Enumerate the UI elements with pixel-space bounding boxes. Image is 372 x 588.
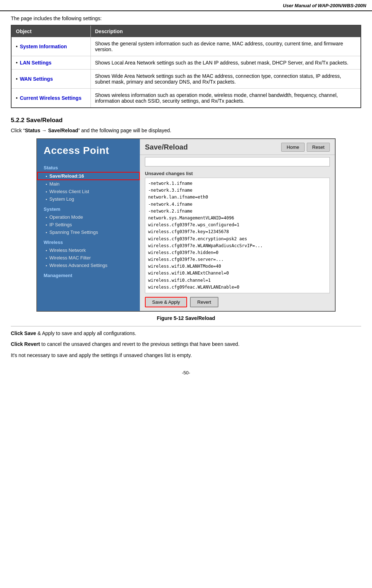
section-heading: 5.2.2 Save/Reload bbox=[11, 117, 361, 124]
subheading-link: Save/Reload bbox=[48, 128, 78, 133]
change-item: wireless.wifi0.channel=1 bbox=[148, 277, 327, 284]
sidebar-item-wireless-advanced[interactable]: Wireless Advanced Settings bbox=[37, 262, 140, 269]
home-button[interactable]: Home bbox=[281, 143, 305, 152]
screenshot-frame: Access Point Status Save/Reload:16 Main … bbox=[36, 138, 336, 312]
unsaved-label: Unsaved changes list bbox=[140, 169, 335, 178]
header-buttons: Home Reset bbox=[281, 143, 330, 152]
sidebar-item-main[interactable]: Main bbox=[37, 180, 140, 188]
search-area bbox=[140, 155, 335, 169]
right-panel: Save/Reload Home Reset Unsaved changes l… bbox=[140, 139, 335, 311]
table-row-description: Shows the general system information suc… bbox=[90, 37, 361, 56]
subheading-arrow: → bbox=[40, 128, 48, 133]
change-item: wireless.wifi0.WLANHTMode=40 bbox=[148, 263, 327, 270]
after-texts: Click Save & Apply to save and apply all… bbox=[11, 329, 361, 359]
sidebar-item-system-log[interactable]: System Log bbox=[37, 195, 140, 203]
manual-title: User Manual of WAP-200N/WBS-200N bbox=[283, 3, 366, 8]
table-row-object[interactable]: •System Information bbox=[11, 37, 90, 56]
change-item: wireless.cfg09feac.WLANVLANEnable=0 bbox=[148, 284, 327, 291]
changes-list: -network.1.ifname-network.3.ifnamenetwor… bbox=[145, 178, 330, 293]
change-item: -network.1.ifname bbox=[148, 180, 327, 187]
divider bbox=[11, 326, 361, 326]
table-row-object[interactable]: •WAN Settings bbox=[11, 70, 90, 89]
revert-button[interactable]: Revert bbox=[190, 297, 218, 307]
change-item: wireless.wifi0.WLANExtChannel=0 bbox=[148, 270, 327, 277]
sidebar-item-spanning-tree[interactable]: Spanning Tree Settings bbox=[37, 228, 140, 236]
change-item: wireless.cfg039f7e.hidden=0 bbox=[148, 249, 327, 256]
change-item: -network.2.ifname bbox=[148, 208, 327, 215]
table-row-description: Shows Local Area Network settings such a… bbox=[90, 56, 361, 70]
page-header: User Manual of WAP-200N/WBS-200N bbox=[0, 0, 372, 11]
sidebar: Access Point Status Save/Reload:16 Main … bbox=[37, 139, 140, 311]
change-item: wireless.cfg039f7e.key=12345678 bbox=[148, 228, 327, 235]
table-row-description: Shows Wide Area Network settings such as… bbox=[90, 70, 361, 89]
sidebar-item-save-reload[interactable]: Save/Reload:16 bbox=[37, 172, 140, 180]
change-item: network.lan.ifname=eth0 bbox=[148, 194, 327, 201]
table-row-object[interactable]: •LAN Settings bbox=[11, 56, 90, 70]
after-text-1: Click Revert to cancel the unsaved chang… bbox=[11, 340, 361, 348]
section-subheading: Click “Status → Save/Reload” and the fol… bbox=[11, 128, 361, 133]
sidebar-item-wireless-client-list[interactable]: Wireless Client List bbox=[37, 188, 140, 195]
subheading-status: Status bbox=[25, 128, 40, 133]
change-item: wireless.cfg039f7e.WLANWpaRadiusAccSrvIP… bbox=[148, 242, 327, 249]
after-text-2: It's not necessary to save and apply the… bbox=[11, 351, 361, 359]
sidebar-item-operation-mode[interactable]: Operation Mode bbox=[37, 213, 140, 221]
search-input[interactable] bbox=[145, 157, 330, 166]
sidebar-item-ip-settings[interactable]: IP Settings bbox=[37, 221, 140, 228]
table-row-object[interactable]: •Current Wireless Settings bbox=[11, 89, 90, 108]
reset-button[interactable]: Reset bbox=[307, 143, 330, 152]
panel-title: Save/Reload bbox=[145, 143, 188, 151]
after-text-0: Click Save & Apply to save and apply all… bbox=[11, 329, 361, 337]
sidebar-section-wireless: Wireless bbox=[37, 236, 140, 246]
sidebar-section-system: System bbox=[37, 203, 140, 213]
settings-table: Object Description •System InformationSh… bbox=[11, 25, 361, 108]
col-description: Description bbox=[90, 25, 361, 37]
change-item: -network.3.ifname bbox=[148, 187, 327, 194]
col-object: Object bbox=[11, 25, 90, 37]
sidebar-section-management: Management bbox=[37, 269, 140, 280]
subheading-suffix: ” and the following page will be display… bbox=[78, 128, 171, 133]
change-item: wireless.cfg039f7e.encryption=psk2 aes bbox=[148, 236, 327, 242]
figure-caption-text: Figure 5-12 Save/Reload bbox=[157, 315, 215, 321]
sidebar-section-status: Status bbox=[37, 161, 140, 172]
table-row-description: Shows wireless information such as opera… bbox=[90, 89, 361, 108]
save-apply-button[interactable]: Save & Apply bbox=[145, 297, 187, 307]
sidebar-item-wireless-mac-filter[interactable]: Wireless MAC Filter bbox=[37, 254, 140, 262]
sidebar-item-wireless-network[interactable]: Wireless Network bbox=[37, 246, 140, 254]
change-item: wireless.cfg039f7e.server=... bbox=[148, 256, 327, 263]
panel-header: Save/Reload Home Reset bbox=[140, 139, 335, 155]
subheading-prefix: Click “ bbox=[11, 128, 25, 133]
page-number: -50- bbox=[0, 370, 372, 383]
change-item: network.sys.ManagementVLANID=4096 bbox=[148, 215, 327, 222]
intro-text: The page includes the following settings… bbox=[11, 15, 361, 21]
sidebar-title: Access Point bbox=[37, 139, 140, 161]
figure-caption: Figure 5-12 Save/Reload bbox=[11, 315, 361, 321]
action-buttons: Save & Apply Revert bbox=[140, 293, 335, 311]
change-item: wireless.cfg039f7e.wps_configured=1 bbox=[148, 222, 327, 228]
change-item: -network.4.ifname bbox=[148, 201, 327, 208]
